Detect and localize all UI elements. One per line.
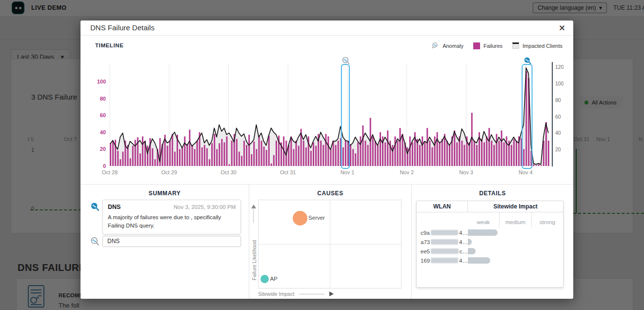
summary-pane: SUMMARY DNS Nov 3, 2025, 9:30:00 PM A ma…: [80, 185, 249, 299]
summary-anomaly-row[interactable]: DNS: [102, 236, 241, 247]
svg-text:40: 40: [555, 130, 561, 136]
svg-text:Oct 30: Oct 30: [221, 169, 236, 175]
svg-text:Nov 4: Nov 4: [519, 169, 533, 175]
timeline-x-labels: Oct 28Oct 29Oct 30Oct 31Nov 1Nov 2Nov 3N…: [102, 169, 533, 175]
causes-xlabel: Sitewide Impact: [258, 291, 294, 297]
svg-text:Nov 2: Nov 2: [400, 169, 414, 175]
svg-text:20: 20: [555, 146, 561, 152]
wlan-impact-row[interactable]: a734…: [417, 237, 563, 247]
svg-text:100: 100: [555, 81, 564, 86]
wlan-name: a734…: [417, 239, 468, 245]
svg-text:100: 100: [97, 79, 106, 84]
impacted-clients-area: [110, 68, 548, 166]
sitewide-impact-column-header: Sitewide Impact: [468, 201, 563, 212]
details-table-header: WLAN Sitewide Impact: [417, 201, 563, 212]
svg-text:20: 20: [100, 146, 106, 152]
timeline-right-axis: 20406080100120: [555, 64, 564, 152]
redacted-text-block: [431, 258, 458, 263]
svg-text:60: 60: [555, 114, 561, 120]
summary-card-title: DNS: [108, 204, 121, 210]
wlan-column-header: WLAN: [417, 201, 468, 212]
modal-header: DNS Failure Details ✕: [80, 21, 573, 36]
details-heading: DETAILS: [412, 190, 573, 197]
impact-level-medium: medium: [499, 212, 531, 228]
svg-text:Nov 3: Nov 3: [459, 169, 473, 175]
timeline-chart[interactable]: Oct 28Oct 29Oct 30Oct 31Nov 1Nov 2Nov 3N…: [95, 56, 564, 183]
svg-text:Oct 31: Oct 31: [280, 169, 296, 175]
modal-title: DNS Failure Details: [90, 23, 155, 32]
impacted-clients-swatch: [512, 42, 519, 49]
summary-card-timestamp: Nov 3, 2025, 9:30:00 PM: [174, 204, 236, 210]
svg-text:60: 60: [100, 112, 106, 118]
summary-card-text: A majority of failures were due to , spe…: [108, 213, 236, 229]
sitewide-impact-bar: [468, 239, 472, 245]
summary-anomaly-card[interactable]: DNS Nov 3, 2025, 9:30:00 PM A majority o…: [102, 200, 241, 234]
svg-text:Nov 1: Nov 1: [341, 169, 355, 175]
details-pane: DETAILS WLAN Sitewide Impact weak medium…: [411, 185, 573, 299]
dns-failure-details-modal: DNS Failure Details ✕ TIMELINE Anomaly F…: [80, 21, 573, 299]
summary-heading: SUMMARY: [80, 190, 249, 197]
timeline-section-label: TIMELINE: [95, 42, 123, 48]
causes-y-axis: Failure Likelihood: [250, 200, 258, 289]
cause-bubble-server[interactable]: [293, 211, 307, 226]
redacted-text-block: [431, 248, 459, 254]
timeline-legend: Anomaly Failures Impacted Clients: [432, 42, 563, 49]
redacted-text-block: [431, 239, 458, 245]
cause-bubble-label: AP: [270, 276, 277, 282]
anomaly-marker-icon[interactable]: [343, 58, 349, 64]
anomaly-icon[interactable]: [90, 237, 100, 247]
causes-ylabel: Failure Likelihood: [251, 227, 257, 280]
svg-text:80: 80: [100, 96, 106, 102]
causes-quadrant-chart[interactable]: ServerAP: [258, 200, 402, 289]
svg-text:0: 0: [103, 163, 106, 169]
causes-pane: CAUSES ServerAP Failure Likelihood Sitew…: [249, 185, 411, 299]
details-table[interactable]: WLAN Sitewide Impact weak medium strong …: [416, 201, 564, 288]
causes-heading: CAUSES: [249, 190, 411, 197]
anomaly-icon: [432, 42, 439, 49]
wlan-impact-row[interactable]: c9a4…: [417, 228, 563, 237]
svg-text:Oct 29: Oct 29: [161, 169, 177, 175]
impact-levels-row: weak medium strong: [417, 212, 563, 228]
legend-impacted-label: Impacted Clients: [523, 43, 563, 49]
anomaly-selected-icon[interactable]: [90, 202, 100, 212]
wlan-name: 1694…: [417, 258, 468, 264]
cause-bubble-ap[interactable]: [261, 275, 269, 283]
modal-bottom-panes: SUMMARY DNS Nov 3, 2025, 9:30:00 PM A ma…: [80, 184, 573, 299]
svg-text:80: 80: [555, 97, 561, 103]
causes-x-axis: Sitewide Impact: [258, 291, 334, 297]
impact-level-strong: strong: [531, 212, 563, 228]
close-icon[interactable]: ✕: [557, 22, 567, 33]
legend-anomaly-label: Anomaly: [443, 43, 463, 49]
sitewide-impact-bar: [468, 257, 490, 264]
svg-text:Oct 28: Oct 28: [102, 169, 118, 175]
timeline-left-axis: 020406080100: [97, 79, 106, 169]
redacted-text-block: [431, 230, 459, 235]
impact-level-weak: weak: [467, 212, 499, 228]
cause-bubble-label: Server: [308, 215, 325, 221]
svg-text:120: 120: [555, 64, 564, 70]
legend-failures-label: Failures: [483, 43, 503, 49]
wlan-impact-row[interactable]: ee5c…: [417, 247, 563, 256]
wlan-impact-row[interactable]: 1694…: [417, 256, 563, 265]
arrow-right-icon: [329, 291, 334, 296]
sitewide-impact-bar: [468, 229, 498, 236]
wlan-name: c9a4…: [417, 230, 468, 236]
anomaly-marker-icon[interactable]: [524, 58, 531, 64]
arrow-up-icon: [251, 205, 256, 208]
failures-swatch: [473, 42, 480, 49]
wlan-name: ee5c…: [417, 248, 468, 254]
sitewide-impact-bar: [468, 248, 476, 254]
svg-text:40: 40: [100, 129, 106, 135]
